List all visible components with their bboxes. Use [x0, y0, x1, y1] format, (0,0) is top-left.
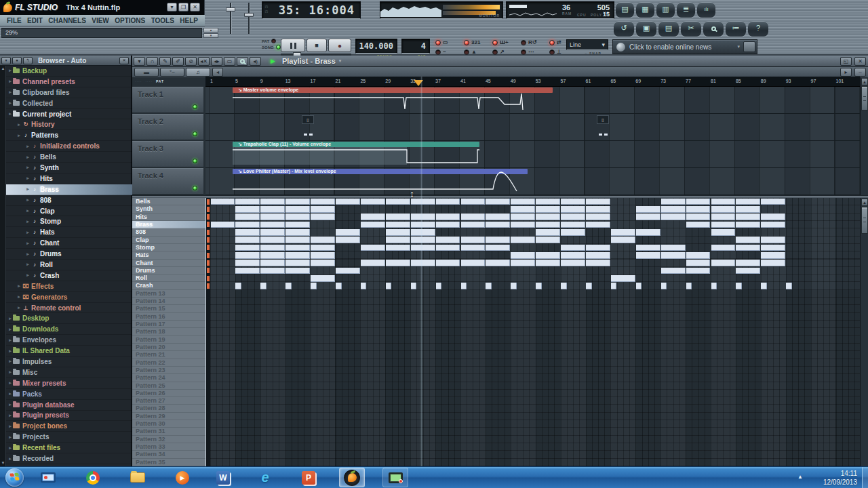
render-button[interactable]: ≔ [726, 21, 746, 37]
pattern-block[interactable] [361, 283, 367, 289]
pattern-block[interactable] [311, 245, 335, 251]
browser-item-clap[interactable]: ▸♪Clap [6, 206, 132, 217]
browser-item-clipboard-files[interactable]: ▸Clipboard files [6, 87, 132, 98]
pattern-row-label-synth[interactable]: Synth [132, 205, 205, 213]
pattern-block[interactable] [211, 199, 235, 205]
mode-leds[interactable]: PAT SONG [262, 39, 281, 49]
pattern-block[interactable] [386, 260, 410, 266]
expand-arrow-icon[interactable]: ▸ [7, 402, 13, 407]
piano-roll-window-button[interactable]: ▥ [656, 2, 675, 18]
playlist-close-icon[interactable]: ✕ [854, 57, 866, 66]
pattern-block[interactable] [561, 245, 585, 251]
pattern-block[interactable] [686, 283, 692, 289]
pattern-block[interactable] [361, 199, 385, 205]
pattern-block[interactable] [311, 214, 335, 220]
expand-arrow-icon[interactable]: ▸ [25, 230, 31, 235]
pattern-block[interactable] [711, 229, 736, 236]
minimize-icon[interactable]: ‒ [854, 68, 866, 77]
pattern-block[interactable] [285, 206, 310, 213]
track-header-1[interactable]: Track 1 [132, 87, 203, 113]
expand-arrow-icon[interactable]: ▸ [7, 359, 13, 364]
pattern-block[interactable] [285, 245, 310, 251]
pattern-block[interactable] [561, 222, 585, 228]
browser-item-generators[interactable]: ▸⌧Generators [6, 292, 132, 303]
pattern-block[interactable] [586, 245, 610, 251]
pattern-color-tick[interactable] [207, 260, 210, 266]
show-desktop-button[interactable] [862, 467, 868, 488]
mixer-window-button[interactable]: ılı [697, 2, 715, 18]
pattern-row-label-hits[interactable]: Hits [132, 214, 205, 221]
pattern-block[interactable] [285, 260, 310, 266]
pattern-block[interactable] [586, 222, 610, 228]
pattern-block[interactable] [285, 283, 292, 289]
pattern-block[interactable] [711, 260, 736, 266]
pattern-block[interactable] [260, 260, 285, 266]
pattern-row-label-pattern-20[interactable]: Pattern 20 [132, 344, 205, 351]
menu-help[interactable]: HELP [180, 17, 198, 24]
tray-expand-icon[interactable]: ▲ [797, 474, 803, 480]
expand-arrow-icon[interactable]: ▸ [16, 122, 22, 127]
taskbar-icon-media-player[interactable]: ▶ [170, 468, 195, 487]
browser-item-collected[interactable]: ▸Collected [6, 98, 132, 109]
pattern-block[interactable] [436, 199, 460, 205]
expand-arrow-icon[interactable]: ▸ [7, 413, 13, 418]
app-titlebar[interactable]: FL STUDIO Thx 4 Nuttin.flp ▾❒✕ [0, 0, 205, 15]
slip-icon[interactable]: ◂▸ [211, 57, 222, 66]
pattern-block[interactable] [636, 245, 660, 251]
pattern-block[interactable] [511, 199, 535, 205]
pattern-row-label-hats[interactable]: Hats [132, 251, 205, 259]
pattern-block[interactable] [511, 260, 535, 266]
browser-item-drums[interactable]: ▸♪Drums [6, 249, 132, 260]
menu-edit[interactable]: EDIT [27, 17, 43, 24]
taskbar-icon-chrome[interactable] [80, 468, 106, 487]
browser-item-projects[interactable]: ▸Projects [6, 432, 132, 443]
pattern-block[interactable] [260, 237, 285, 243]
track-led[interactable] [193, 131, 197, 136]
pattern-color-tick[interactable] [207, 199, 210, 205]
browser-item-patterns[interactable]: ▸♪Patterns [6, 130, 132, 141]
pattern-block[interactable] [486, 260, 510, 266]
pattern-color-tick[interactable] [207, 283, 210, 289]
pattern-block[interactable] [235, 268, 260, 274]
pattern-block[interactable] [586, 199, 610, 205]
pattern-block[interactable] [761, 245, 785, 251]
track-header-3[interactable]: Track 3 [132, 141, 203, 167]
stop-button[interactable]: ■ [307, 39, 327, 52]
browser-item-roll[interactable]: ▸♪Roll [6, 260, 132, 270]
pattern-block[interactable] [386, 283, 392, 289]
pattern-number-display[interactable]: 4 [401, 39, 430, 54]
expand-arrow-icon[interactable]: ▸ [25, 241, 31, 246]
pattern-block[interactable] [661, 245, 686, 251]
minimize-button[interactable]: ▾ [167, 3, 177, 12]
browser-item-808[interactable]: ▸♪808 [6, 195, 132, 206]
pattern-block[interactable] [285, 237, 310, 243]
search-button[interactable] [703, 21, 724, 37]
expand-arrow-icon[interactable]: ▸ [7, 338, 13, 343]
pattern-block[interactable] [536, 199, 560, 205]
browser-item-backup[interactable]: ▸Backup [6, 66, 132, 77]
pattern-block[interactable] [711, 222, 736, 228]
browser-item-brass[interactable]: ▸♪Brass [6, 184, 132, 195]
browser-item-history[interactable]: ▸↻History [6, 119, 132, 130]
expand-arrow-icon[interactable]: ▸ [7, 369, 13, 375]
pattern-block[interactable] [486, 214, 510, 220]
pattern-row-label-pattern-33[interactable]: Pattern 33 [132, 443, 205, 451]
pattern-block[interactable] [336, 237, 360, 243]
countdown-toggle[interactable]: 321 [464, 38, 492, 47]
browser-item-il-shared-data[interactable]: ▸IL Shared Data [6, 346, 132, 357]
pattern-block[interactable] [235, 229, 260, 236]
pattern-block[interactable] [260, 206, 285, 213]
pattern-block[interactable] [561, 283, 567, 289]
pattern-block[interactable] [686, 260, 711, 266]
pattern-block[interactable] [761, 252, 785, 259]
browser-collapse-icon[interactable]: ▾ [1, 57, 11, 64]
browser-item-desktop[interactable]: ▸Desktop [6, 313, 132, 324]
cut-button[interactable]: ✂ [681, 21, 701, 37]
pattern-row-label-pattern-17[interactable]: Pattern 17 [132, 321, 205, 328]
pattern-block[interactable] [586, 260, 610, 266]
pattern-block[interactable] [486, 237, 510, 243]
pattern-block[interactable] [260, 245, 285, 251]
pattern-block[interactable] [761, 214, 785, 220]
pattern-color-tick[interactable] [207, 237, 210, 243]
pattern-block[interactable] [361, 214, 385, 220]
